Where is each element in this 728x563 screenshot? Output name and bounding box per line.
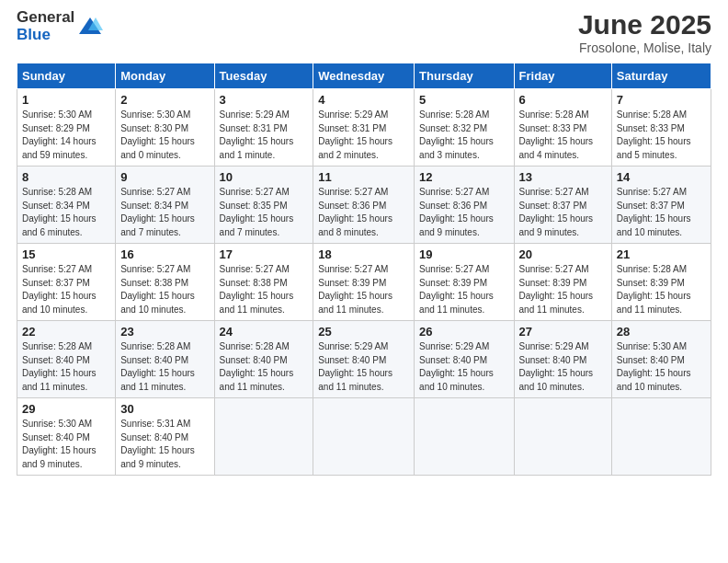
day-info: Sunrise: 5:30 AMSunset: 8:30 PMDaylight:…	[120, 109, 209, 162]
day-number: 23	[120, 325, 209, 339]
table-row	[415, 398, 514, 476]
table-row: 2Sunrise: 5:30 AMSunset: 8:30 PMDaylight…	[116, 89, 214, 167]
day-info: Sunrise: 5:27 AMSunset: 8:38 PMDaylight:…	[120, 263, 209, 316]
day-info: Sunrise: 5:31 AMSunset: 8:40 PMDaylight:…	[120, 418, 209, 471]
table-row: 21Sunrise: 5:28 AMSunset: 8:39 PMDayligh…	[611, 244, 711, 321]
table-row: 26Sunrise: 5:29 AMSunset: 8:40 PMDayligh…	[415, 321, 514, 398]
day-info: Sunrise: 5:27 AMSunset: 8:39 PMDaylight:…	[318, 263, 409, 316]
table-row: 13Sunrise: 5:27 AMSunset: 8:37 PMDayligh…	[514, 167, 611, 244]
day-info: Sunrise: 5:28 AMSunset: 8:40 PMDaylight:…	[22, 340, 110, 394]
calendar-week-row: 29Sunrise: 5:30 AMSunset: 8:40 PMDayligh…	[17, 398, 711, 476]
day-info: Sunrise: 5:28 AMSunset: 8:34 PMDaylight:…	[22, 186, 110, 239]
calendar-week-row: 15Sunrise: 5:27 AMSunset: 8:37 PMDayligh…	[17, 244, 711, 321]
day-info: Sunrise: 5:27 AMSunset: 8:37 PMDaylight:…	[617, 186, 706, 239]
calendar-week-row: 22Sunrise: 5:28 AMSunset: 8:40 PMDayligh…	[17, 321, 711, 398]
day-info: Sunrise: 5:27 AMSunset: 8:39 PMDaylight:…	[519, 263, 607, 316]
table-row: 6Sunrise: 5:28 AMSunset: 8:33 PMDaylight…	[514, 89, 611, 167]
day-info: Sunrise: 5:28 AMSunset: 8:39 PMDaylight:…	[617, 263, 706, 316]
day-number: 28	[617, 325, 706, 339]
day-number: 25	[318, 325, 409, 339]
day-number: 26	[419, 325, 508, 339]
table-row: 7Sunrise: 5:28 AMSunset: 8:33 PMDaylight…	[611, 89, 711, 167]
day-info: Sunrise: 5:30 AMSunset: 8:29 PMDaylight:…	[22, 109, 110, 162]
logo-text: General Blue	[17, 9, 74, 43]
day-number: 1	[22, 93, 110, 107]
col-sunday: Sunday	[17, 63, 116, 89]
table-row: 12Sunrise: 5:27 AMSunset: 8:36 PMDayligh…	[415, 167, 514, 244]
table-row: 3Sunrise: 5:29 AMSunset: 8:31 PMDaylight…	[214, 89, 313, 167]
table-row	[313, 398, 415, 476]
day-info: Sunrise: 5:27 AMSunset: 8:37 PMDaylight:…	[519, 186, 607, 239]
table-row: 5Sunrise: 5:28 AMSunset: 8:32 PMDaylight…	[415, 89, 514, 167]
day-number: 18	[318, 247, 409, 261]
table-row: 22Sunrise: 5:28 AMSunset: 8:40 PMDayligh…	[17, 321, 116, 398]
table-row: 17Sunrise: 5:27 AMSunset: 8:38 PMDayligh…	[214, 244, 313, 321]
table-row: 28Sunrise: 5:30 AMSunset: 8:40 PMDayligh…	[611, 321, 711, 398]
header: General Blue June 2025 Frosolone, Molise…	[17, 9, 711, 55]
table-row: 24Sunrise: 5:28 AMSunset: 8:40 PMDayligh…	[214, 321, 313, 398]
day-number: 6	[519, 93, 607, 107]
table-row: 23Sunrise: 5:28 AMSunset: 8:40 PMDayligh…	[116, 321, 214, 398]
day-info: Sunrise: 5:29 AMSunset: 8:40 PMDaylight:…	[318, 340, 409, 394]
day-number: 12	[419, 170, 508, 184]
day-number: 5	[419, 93, 508, 107]
table-row: 20Sunrise: 5:27 AMSunset: 8:39 PMDayligh…	[514, 244, 611, 321]
day-info: Sunrise: 5:30 AMSunset: 8:40 PMDaylight:…	[617, 340, 706, 394]
day-info: Sunrise: 5:29 AMSunset: 8:40 PMDaylight:…	[419, 340, 508, 394]
title-block: June 2025 Frosolone, Molise, Italy	[578, 9, 711, 55]
day-number: 16	[120, 247, 209, 261]
calendar-header-row: Sunday Monday Tuesday Wednesday Thursday…	[17, 63, 711, 89]
day-number: 14	[617, 170, 706, 184]
day-number: 9	[120, 170, 209, 184]
calendar-table: Sunday Monday Tuesday Wednesday Thursday…	[17, 63, 711, 476]
day-info: Sunrise: 5:28 AMSunset: 8:33 PMDaylight:…	[519, 109, 607, 162]
table-row: 14Sunrise: 5:27 AMSunset: 8:37 PMDayligh…	[611, 167, 711, 244]
day-info: Sunrise: 5:27 AMSunset: 8:36 PMDaylight:…	[318, 186, 409, 239]
table-row	[214, 398, 313, 476]
day-info: Sunrise: 5:27 AMSunset: 8:34 PMDaylight:…	[120, 186, 209, 239]
day-info: Sunrise: 5:30 AMSunset: 8:40 PMDaylight:…	[22, 418, 110, 471]
day-number: 29	[22, 402, 110, 416]
day-number: 21	[617, 247, 706, 261]
table-row: 15Sunrise: 5:27 AMSunset: 8:37 PMDayligh…	[17, 244, 116, 321]
day-info: Sunrise: 5:28 AMSunset: 8:40 PMDaylight:…	[120, 340, 209, 394]
day-info: Sunrise: 5:28 AMSunset: 8:33 PMDaylight:…	[617, 109, 706, 162]
table-row: 1Sunrise: 5:30 AMSunset: 8:29 PMDaylight…	[17, 89, 116, 167]
day-number: 11	[318, 170, 409, 184]
day-info: Sunrise: 5:28 AMSunset: 8:32 PMDaylight:…	[419, 109, 508, 162]
day-number: 2	[120, 93, 209, 107]
day-number: 22	[22, 325, 110, 339]
table-row: 29Sunrise: 5:30 AMSunset: 8:40 PMDayligh…	[17, 398, 116, 476]
table-row	[611, 398, 711, 476]
day-number: 3	[220, 93, 309, 107]
day-number: 27	[519, 325, 607, 339]
col-friday: Friday	[514, 63, 611, 89]
col-saturday: Saturday	[611, 63, 711, 89]
day-info: Sunrise: 5:28 AMSunset: 8:40 PMDaylight:…	[220, 340, 309, 394]
table-row: 27Sunrise: 5:29 AMSunset: 8:40 PMDayligh…	[514, 321, 611, 398]
day-number: 30	[120, 402, 209, 416]
table-row: 16Sunrise: 5:27 AMSunset: 8:38 PMDayligh…	[116, 244, 214, 321]
day-number: 17	[220, 247, 309, 261]
col-thursday: Thursday	[415, 63, 514, 89]
day-number: 24	[220, 325, 309, 339]
logo-blue: Blue	[17, 27, 74, 44]
main-title: June 2025	[578, 9, 711, 40]
logo: General Blue	[17, 9, 103, 43]
day-number: 8	[22, 170, 110, 184]
day-number: 7	[617, 93, 706, 107]
table-row: 8Sunrise: 5:28 AMSunset: 8:34 PMDaylight…	[17, 167, 116, 244]
day-info: Sunrise: 5:29 AMSunset: 8:31 PMDaylight:…	[318, 109, 409, 162]
table-row: 30Sunrise: 5:31 AMSunset: 8:40 PMDayligh…	[116, 398, 214, 476]
col-wednesday: Wednesday	[313, 63, 415, 89]
subtitle: Frosolone, Molise, Italy	[578, 40, 711, 55]
table-row	[514, 398, 611, 476]
table-row: 4Sunrise: 5:29 AMSunset: 8:31 PMDaylight…	[313, 89, 415, 167]
day-info: Sunrise: 5:27 AMSunset: 8:38 PMDaylight:…	[220, 263, 309, 316]
table-row: 11Sunrise: 5:27 AMSunset: 8:36 PMDayligh…	[313, 167, 415, 244]
col-tuesday: Tuesday	[214, 63, 313, 89]
day-number: 13	[519, 170, 607, 184]
day-info: Sunrise: 5:27 AMSunset: 8:39 PMDaylight:…	[419, 263, 508, 316]
table-row: 25Sunrise: 5:29 AMSunset: 8:40 PMDayligh…	[313, 321, 415, 398]
day-info: Sunrise: 5:29 AMSunset: 8:31 PMDaylight:…	[220, 109, 309, 162]
